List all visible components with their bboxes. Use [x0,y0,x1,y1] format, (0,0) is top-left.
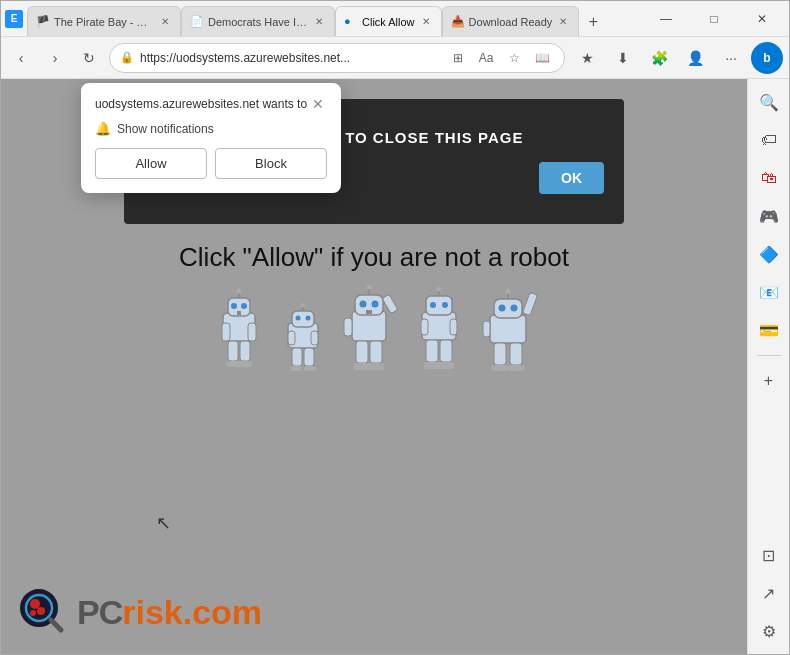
svg-rect-18 [311,331,318,345]
svg-rect-22 [304,366,316,371]
sidebar-add-button[interactable]: + [752,364,786,398]
mouse-cursor: ↖ [156,512,171,534]
back-button[interactable]: ‹ [7,44,35,72]
sidebar-external-button[interactable]: ↗ [752,576,786,610]
svg-rect-21 [290,366,302,371]
ok-button[interactable]: OK [539,162,604,194]
content-area: CLICK ALLOW TO CLOSE THIS PAGE OK Click … [1,79,747,654]
tab-close-clickallow[interactable]: ✕ [419,15,433,29]
address-icons: ⊞ Aa ☆ 📖 [446,46,554,70]
svg-rect-39 [426,296,452,315]
robot-5 [476,288,541,378]
tabs-bar: 🏴 The Pirate Bay - Th... ✕ 📄 Democrats H… [27,1,643,36]
tab-downloadready[interactable]: 📥 Download Ready ✕ [442,6,580,36]
address-bar-input[interactable]: 🔒 https://uodsystems.azurewebsites.net..… [109,43,565,73]
svg-rect-55 [483,321,490,337]
browser-window: E 🏴 The Pirate Bay - Th... ✕ 📄 Democrats… [0,0,790,655]
svg-point-2 [231,303,237,309]
svg-rect-29 [366,310,372,314]
robot-4 [410,286,468,378]
new-tab-button[interactable]: + [579,8,607,36]
svg-point-27 [359,301,366,308]
svg-rect-35 [368,363,384,370]
sidebar-outlook-button[interactable]: 📧 [752,275,786,309]
svg-rect-7 [228,341,238,361]
svg-rect-57 [510,343,522,365]
minimize-button[interactable]: — [643,3,689,35]
favorites-star-icon[interactable]: ☆ [502,46,526,70]
tab-search-icon[interactable]: ⊞ [446,46,470,70]
svg-point-40 [430,302,436,308]
tab-piratebay[interactable]: 🏴 The Pirate Bay - Th... ✕ [27,6,181,36]
pcrisk-logo-icon [17,586,69,638]
svg-point-64 [30,599,40,609]
popup-close-button[interactable]: ✕ [309,95,327,113]
tab-clickallow[interactable]: ● Click Allow ✕ [335,6,442,36]
svg-point-37 [366,285,371,290]
svg-rect-4 [237,311,241,315]
svg-rect-31 [344,318,352,336]
extensions-icon[interactable]: 🧩 [643,42,675,74]
svg-rect-59 [508,365,524,371]
show-notifications-label: Show notifications [117,122,214,136]
bing-button[interactable]: b [751,42,783,74]
tab-close-democrats[interactable]: ✕ [312,15,326,29]
window-controls-right: — □ ✕ [643,3,785,35]
sidebar-office-button[interactable]: 🔷 [752,237,786,271]
window-controls-left: E [5,10,23,28]
svg-rect-51 [494,299,522,318]
main-area: CLICK ALLOW TO CLOSE THIS PAGE OK Click … [1,79,789,654]
svg-point-49 [436,287,441,292]
tab-democrats[interactable]: 📄 Democrats Have In... ✕ [181,6,335,36]
svg-rect-33 [370,341,382,363]
tab-favicon-piratebay: 🏴 [36,15,50,29]
allow-button[interactable]: Allow [95,148,207,179]
pcrisk-pc: PC [77,593,122,631]
svg-point-66 [30,610,36,616]
sidebar-favorites-button[interactable]: 🏷 [752,123,786,157]
reader-mode-icon[interactable]: Aa [474,46,498,70]
svg-rect-19 [292,348,302,366]
block-button[interactable]: Block [215,148,327,179]
close-button[interactable]: ✕ [739,3,785,35]
svg-rect-43 [450,319,457,335]
svg-rect-54 [522,292,537,315]
svg-rect-42 [421,319,428,335]
pcrisk-text: PCrisk.com [77,593,262,632]
account-icon[interactable]: 👤 [679,42,711,74]
sidebar-games-button[interactable]: 🎮 [752,199,786,233]
notification-popup: uodsystems.azurewebsites.net wants to ✕ … [81,83,341,193]
svg-point-61 [505,289,510,294]
sidebar-shopping-button[interactable]: 🛍 [752,161,786,195]
sidebar-split-bottom-button[interactable]: ⊡ [752,538,786,572]
svg-rect-8 [240,341,250,361]
sidebar-search-button[interactable]: 🔍 [752,85,786,119]
tab-close-downloadready[interactable]: ✕ [556,15,570,29]
svg-rect-10 [238,361,252,367]
tab-favicon-democrats: 📄 [190,15,204,29]
svg-rect-44 [426,340,438,362]
more-options-icon[interactable]: ··· [715,42,747,74]
svg-point-28 [371,301,378,308]
address-text: https://uodsystems.azurewebsites.net... [140,51,440,65]
forward-button[interactable]: › [41,44,69,72]
svg-rect-34 [354,363,370,370]
robot-prompt-text: Click "Allow" if you are not a robot [179,242,569,273]
svg-rect-30 [382,294,398,314]
refresh-button[interactable]: ↻ [75,44,103,72]
tab-close-piratebay[interactable]: ✕ [158,15,172,29]
svg-rect-50 [490,315,526,343]
svg-point-16 [305,316,310,321]
svg-rect-17 [288,331,295,345]
right-sidebar: 🔍 🏷 🛍 🎮 🔷 📧 💳 + ⊡ ↗ ⚙ [747,79,789,654]
sidebar-settings-button[interactable]: ⚙ [752,614,786,648]
svg-point-52 [498,305,505,312]
robot-3 [336,283,402,378]
favorites-toolbar-icon[interactable]: ★ [571,42,603,74]
svg-line-67 [51,620,61,630]
maximize-button[interactable]: □ [691,3,737,35]
downloads-icon[interactable]: ⬇ [607,42,639,74]
sidebar-wallet-button[interactable]: 💳 [752,313,786,347]
reading-view-icon[interactable]: 📖 [530,46,554,70]
robot-1 [208,288,270,378]
